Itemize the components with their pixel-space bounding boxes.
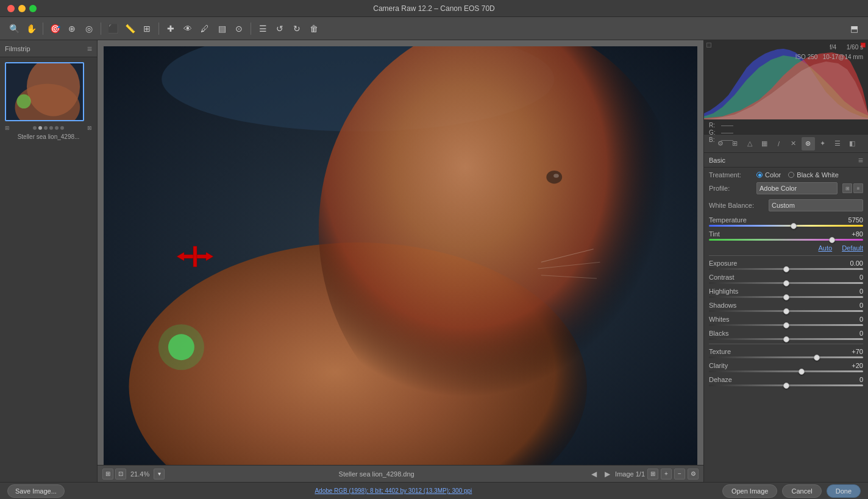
basic-section-header: Basic ≡ [704, 153, 868, 168]
default-button[interactable]: Default [842, 244, 863, 252]
healing-tool[interactable]: ✚ [163, 21, 179, 37]
canvas-image[interactable] [104, 46, 697, 465]
cancel-button[interactable]: Cancel [782, 484, 821, 498]
tint-value[interactable]: +80 [842, 230, 863, 238]
bw-label: Black & White [797, 171, 838, 179]
exposure-slider[interactable] [709, 268, 863, 270]
zoom-tool[interactable]: 🔍 [6, 21, 22, 37]
texture-slider[interactable] [709, 356, 863, 358]
highlights-slider[interactable] [709, 296, 863, 298]
clarity-row: Clarity +20 [709, 362, 863, 372]
open-image-button[interactable]: Open Image [722, 484, 778, 498]
clarity-value[interactable]: +20 [842, 362, 863, 369]
zoom-in-button[interactable]: + [661, 469, 672, 480]
export-button[interactable]: ⬒ [846, 21, 862, 37]
adj-brush-tool[interactable]: 🖊 [197, 21, 213, 37]
contrast-label: Contrast [709, 274, 735, 281]
minimize-button[interactable] [18, 5, 26, 12]
profile-grid-view[interactable]: ⊞ [842, 183, 852, 193]
graduated-tool[interactable]: ▤ [214, 21, 230, 37]
transform-tool[interactable]: ⊞ [139, 21, 155, 37]
texture-thumb[interactable] [814, 355, 820, 361]
exposure-thumb[interactable] [783, 266, 789, 272]
color-profile-link[interactable]: Adobe RGB (1998); 8 bit; 4402 by 3012 (1… [315, 487, 472, 494]
basic-menu-button[interactable]: ≡ [858, 155, 863, 165]
color-option[interactable]: Color [756, 171, 781, 179]
exposure-value[interactable]: 0.00 [842, 260, 863, 267]
display-options-button[interactable]: ⊞ [647, 469, 658, 480]
done-button[interactable]: Done [827, 484, 861, 498]
window-controls[interactable] [7, 5, 37, 12]
auto-button[interactable]: Auto [819, 244, 833, 252]
color-sampler-tool[interactable]: ⊕ [64, 21, 80, 37]
canvas-bottom-bar: ⊞ ⊡ 21.4% ▾ Steller sea lion_4298.dng ◀ … [98, 465, 703, 482]
zoom-out-button[interactable]: − [674, 469, 685, 480]
tint-slider[interactable] [709, 239, 863, 241]
shadow-clip-indicator[interactable] [706, 43, 711, 48]
profile-list-view[interactable]: ≡ [853, 183, 863, 193]
straighten-tool[interactable]: 📏 [122, 21, 138, 37]
film-dot-4 [49, 126, 53, 130]
hand-tool[interactable]: ✋ [23, 21, 39, 37]
save-image-button[interactable]: Save Image... [7, 484, 65, 498]
undo-button[interactable]: ↺ [272, 21, 288, 37]
delete-button[interactable]: 🗑 [306, 21, 322, 37]
thumbnail-image [6, 62, 83, 121]
shadows-thumb[interactable] [783, 308, 789, 314]
filmstrip-header: Filmstrip ≡ [0, 40, 97, 57]
toolbar-right: ⬒ [846, 21, 862, 37]
contrast-thumb[interactable] [783, 280, 789, 286]
next-image-button[interactable]: ▶ [602, 469, 613, 480]
temperature-thumb[interactable] [791, 223, 797, 229]
filmstrip-menu-button[interactable]: ≡ [87, 44, 92, 54]
camera-info: f/4 1/60 s ISO 250 10-17@14 mm [795, 43, 863, 62]
whites-thumb[interactable] [783, 322, 789, 328]
canvas-main[interactable] [98, 40, 703, 465]
prev-image-button[interactable]: ◀ [588, 469, 599, 480]
texture-label: Texture [709, 348, 731, 355]
maximize-button[interactable] [29, 5, 37, 12]
eyedropper-tool[interactable]: 🎯 [47, 21, 63, 37]
dehaze-thumb[interactable] [783, 383, 789, 389]
blacks-value[interactable]: 0 [842, 330, 863, 337]
workflow-settings-button[interactable]: ⚙ [688, 469, 699, 480]
zoom-dropdown-button[interactable]: ▾ [154, 469, 165, 480]
blacks-slider[interactable] [709, 338, 863, 340]
radial-tool[interactable]: ⊙ [231, 21, 247, 37]
dehaze-slider[interactable] [709, 384, 863, 386]
bw-option[interactable]: Black & White [788, 171, 838, 179]
toolbar-separator-4 [251, 23, 251, 35]
shadows-slider[interactable] [709, 310, 863, 312]
zoom-value[interactable]: 21.4% [128, 470, 152, 478]
redeye-tool[interactable]: 👁 [180, 21, 196, 37]
whites-value[interactable]: 0 [842, 316, 863, 323]
temperature-value[interactable]: 5750 [842, 216, 863, 224]
list-tool[interactable]: ☰ [255, 21, 271, 37]
film-dot-1 [33, 126, 37, 130]
shadows-value[interactable]: 0 [842, 302, 863, 309]
target-adj-tool[interactable]: ◎ [81, 21, 97, 37]
whites-slider[interactable] [709, 324, 863, 326]
redo-button[interactable]: ↻ [289, 21, 305, 37]
texture-value[interactable]: +70 [842, 348, 863, 355]
right-panel: R: —— G: —— B: —— f/4 1/60 s [703, 40, 868, 482]
dehaze-value[interactable]: 0 [842, 376, 863, 383]
contrast-value[interactable]: 0 [842, 274, 863, 281]
profile-select[interactable]: Adobe Color [756, 182, 838, 194]
highlights-value[interactable]: 0 [842, 288, 863, 295]
film-dot-5 [55, 126, 59, 130]
zoom-fit-button[interactable]: ⊞ [102, 469, 113, 480]
clarity-slider[interactable] [709, 370, 863, 372]
close-button[interactable] [7, 5, 15, 12]
tint-thumb[interactable] [829, 237, 835, 243]
contrast-slider[interactable] [709, 282, 863, 284]
highlights-thumb[interactable] [783, 294, 789, 300]
clarity-thumb[interactable] [799, 369, 805, 375]
zoom-fill-button[interactable]: ⊡ [115, 469, 126, 480]
temperature-slider[interactable] [709, 225, 863, 227]
wb-select[interactable]: Custom [769, 199, 863, 211]
blacks-thumb[interactable] [783, 336, 789, 342]
crop-tool[interactable]: ⬛ [105, 21, 121, 37]
filmstrip-thumbnail[interactable] [5, 62, 84, 121]
g-value: —— [721, 129, 733, 136]
